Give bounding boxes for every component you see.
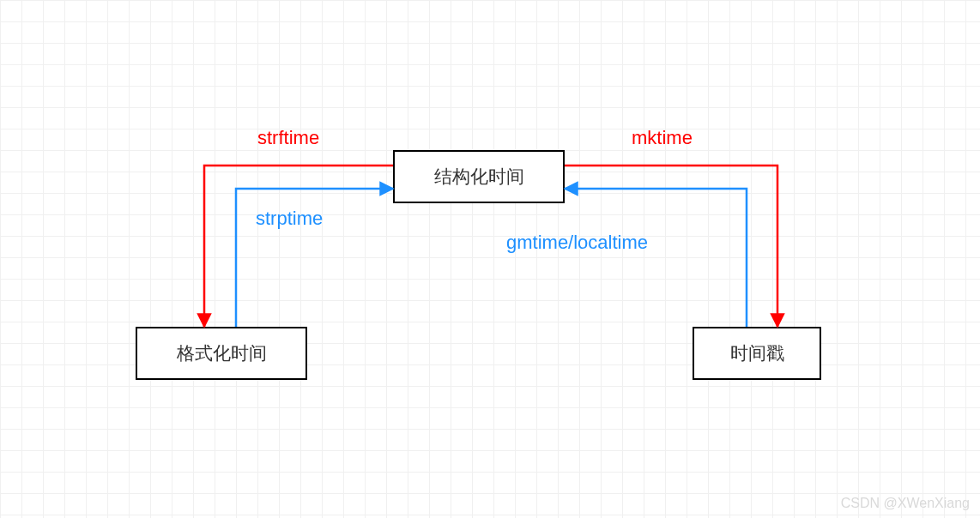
- node-timestamp: 时间戳: [693, 327, 821, 380]
- node-format-time-label: 格式化时间: [177, 341, 267, 365]
- edge-strptime-label: strptime: [256, 208, 323, 230]
- watermark: CSDN @XWenXiang: [841, 496, 970, 511]
- edge-mktime-label: mktime: [632, 127, 693, 149]
- node-struct-time: 结构化时间: [393, 150, 565, 203]
- node-format-time: 格式化时间: [136, 327, 307, 380]
- connectors: [0, 0, 980, 518]
- node-struct-time-label: 结构化时间: [434, 165, 524, 189]
- edge-strftime: [204, 166, 393, 327]
- node-timestamp-label: 时间戳: [730, 341, 784, 365]
- edge-strftime-label: strftime: [257, 127, 319, 149]
- edge-gmtime-label: gmtime/localtime: [506, 232, 648, 254]
- edge-gmtime: [565, 189, 747, 327]
